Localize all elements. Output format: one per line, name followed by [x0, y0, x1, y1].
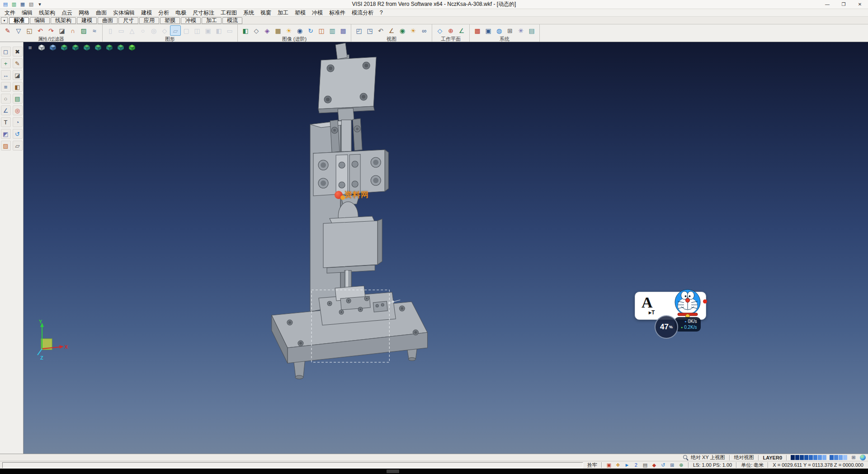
menu-item[interactable]: 编辑 [19, 9, 36, 16]
ribbon-tab[interactable]: 冲模 [181, 17, 201, 24]
view-light-icon[interactable]: ☀ [408, 25, 419, 36]
snap-lock-label[interactable]: 拴牢 [585, 462, 599, 469]
windows-taskbar[interactable] [0, 469, 868, 474]
cylinder-primitive-icon[interactable]: ▯ [105, 25, 116, 36]
sketch-icon[interactable]: ✎ [13, 58, 23, 68]
globe-settings-icon[interactable]: ◍ [494, 25, 505, 36]
menu-item[interactable]: 尺寸标注 [189, 9, 217, 16]
sphere-primitive-icon[interactable]: ○ [137, 25, 148, 36]
match-properties-icon[interactable]: ≈ [89, 25, 100, 36]
render-globe-icon[interactable] [860, 455, 866, 460]
copy-attributes-icon[interactable]: ◱ [24, 25, 35, 36]
zoom-all-icon[interactable]: ◰ [354, 25, 364, 36]
shell-icon[interactable]: ◫ [192, 25, 203, 36]
box-primitive-icon[interactable]: ▭ [116, 25, 127, 36]
menu-item[interactable]: 文件 [1, 9, 19, 16]
ribbon-tab[interactable]: 标准 [9, 17, 29, 24]
menu-item[interactable]: 分析 [155, 9, 172, 16]
print-icon[interactable]: ▧ [27, 1, 35, 8]
measure-view-icon[interactable]: ∠ [386, 25, 397, 36]
pattern-icon[interactable]: ▣ [203, 25, 213, 36]
hatch-icon[interactable]: ▨ [1, 141, 11, 151]
plunger-rod[interactable] [344, 270, 351, 289]
ribbon-tab[interactable]: 应用 [139, 17, 159, 24]
selection-magnet-icon[interactable]: ∩ [67, 25, 78, 36]
ribbon-tab[interactable]: 模流 [222, 17, 242, 24]
scale-label[interactable]: LS: 1.00 PS: 1.00 [691, 462, 734, 468]
menu-item[interactable]: 视窗 [257, 9, 274, 16]
preferences-icon[interactable]: ✳ [515, 25, 526, 36]
layer-color-bar[interactable] [791, 455, 827, 460]
snap-target-icon[interactable]: ◎ [13, 105, 23, 115]
close-button[interactable]: ✕ [852, 0, 868, 9]
clamp-body[interactable] [313, 150, 388, 196]
view-mode-label[interactable]: 绝对 XY 上视图 [689, 454, 727, 461]
save-icon[interactable]: ▦ [19, 1, 27, 8]
view-axo-left-icon[interactable] [104, 43, 114, 52]
second-view-icon[interactable]: 2 [632, 462, 640, 469]
cad-model[interactable] [24, 42, 868, 454]
visual-check-icon[interactable]: ◉ [397, 25, 408, 36]
view-iso-icon[interactable] [36, 43, 47, 52]
view-left-icon[interactable] [81, 43, 92, 52]
view-back-icon[interactable] [70, 43, 80, 52]
workplane-origin-icon[interactable]: ⊕ [445, 25, 456, 36]
undo-icon[interactable]: ↶ [35, 25, 46, 36]
pan-icon[interactable]: ↔ [1, 70, 11, 80]
extrude-icon[interactable]: ◇ [159, 25, 170, 36]
search-icon[interactable] [683, 455, 687, 459]
delete-entity-icon[interactable]: ✖ [13, 47, 23, 57]
revolve-icon[interactable]: ▱ [170, 25, 181, 36]
sheet-icon[interactable]: ▱ [13, 141, 23, 151]
wireframe-view-icon[interactable]: ◇ [251, 25, 262, 36]
sweep-icon[interactable]: ▢ [181, 25, 192, 36]
viewport-menu-icon[interactable]: ≡ [25, 43, 35, 52]
camera-icon[interactable]: ◉ [294, 25, 305, 36]
cone-primitive-icon[interactable]: △ [127, 25, 137, 36]
solid-box-icon[interactable]: ◧ [13, 82, 23, 92]
view-front-icon[interactable] [59, 43, 69, 52]
active-layer-label[interactable]: LAYER0 [761, 455, 784, 460]
torus-primitive-icon[interactable]: ◎ [148, 25, 159, 36]
capture-icon[interactable]: ▣ [605, 462, 613, 469]
translate-icon[interactable]: + [1, 58, 11, 68]
previous-view-icon[interactable]: ↶ [375, 25, 386, 36]
layers-icon[interactable]: ≡ [1, 82, 11, 92]
attribute-filter-icon[interactable]: ▽ [13, 25, 24, 36]
render-quality-icon[interactable]: ❖ [614, 462, 622, 469]
menu-item[interactable]: 标准件 [326, 9, 349, 16]
system-monitor-icon[interactable]: ▣ [483, 25, 494, 36]
minimize-button[interactable]: — [819, 0, 835, 9]
light-settings-icon[interactable]: ☀ [283, 25, 294, 36]
view-right-icon[interactable] [93, 43, 103, 52]
view-axo-right-icon[interactable] [115, 43, 126, 52]
menu-item[interactable]: 线架构 [36, 9, 58, 16]
zoom-select-icon[interactable]: ◻ [1, 47, 11, 57]
angle-measure-icon[interactable]: ∠ [1, 105, 11, 115]
depth-color-bar[interactable] [830, 455, 848, 460]
color-table-icon[interactable]: ▩ [472, 25, 483, 36]
clamp-clevis[interactable] [330, 118, 362, 152]
menu-item[interactable]: 实体编辑 [110, 9, 138, 16]
cylinder-icon[interactable]: ○ [1, 94, 11, 104]
ribbon-tab[interactable]: 建模 [77, 17, 97, 24]
shade-mode-icon[interactable]: ◩ [1, 129, 11, 139]
menu-item[interactable]: 曲面 [93, 9, 110, 16]
qat-dropdown-icon[interactable]: ▾ [36, 1, 44, 8]
regen-icon[interactable]: ↺ [659, 462, 667, 469]
ribbon-tab[interactable]: 尺寸 [118, 17, 138, 24]
erase-icon[interactable]: ◪ [13, 70, 23, 80]
tab-dropdown-button[interactable]: ▾ [1, 17, 8, 24]
hidden-line-icon[interactable]: ◈ [262, 25, 273, 36]
menu-item[interactable]: 系统 [240, 9, 257, 16]
modify-attributes-icon[interactable]: ✎ [2, 25, 13, 36]
absolute-view-label[interactable]: 绝对视图 [732, 454, 756, 461]
ribbon-tab[interactable]: 曲面 [98, 17, 118, 24]
image-settings-icon[interactable]: ▩ [338, 25, 349, 36]
menu-item[interactable]: 工程图 [217, 9, 240, 16]
ribbon-tab[interactable]: 加工 [202, 17, 222, 24]
clamp-top-plate[interactable] [318, 43, 376, 121]
dynamic-rotate-icon[interactable]: ↻ [305, 25, 316, 36]
grid-settings-icon[interactable]: ⊞ [505, 25, 515, 36]
workplane-align-icon[interactable]: ∠ [456, 25, 467, 36]
